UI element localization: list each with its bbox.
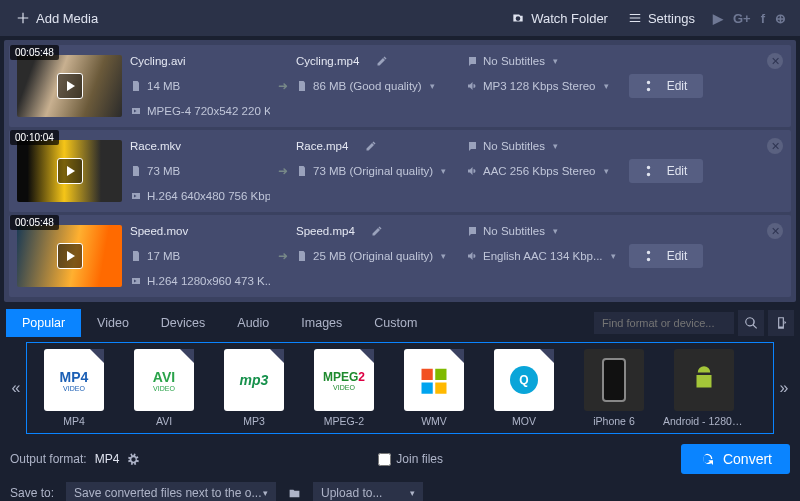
save-location-dropdown[interactable]: Save converted files next to the o... <box>66 482 276 501</box>
refresh-icon <box>699 451 715 467</box>
tab-images[interactable]: Images <box>285 309 358 337</box>
duration-badge: 00:10:04 <box>10 130 59 145</box>
pencil-icon[interactable] <box>376 55 388 67</box>
speaker-icon <box>466 250 478 262</box>
source-codec: H.264 640x480 756 Kbps <box>147 190 270 202</box>
file-row[interactable]: 00:05:48 Cycling.avi 14 MB MPEG-4 720x54… <box>9 45 791 127</box>
pencil-icon[interactable] <box>365 140 377 152</box>
plus-icon <box>16 11 30 25</box>
search-button[interactable] <box>738 310 764 336</box>
source-column: Cycling.avi 14 MB MPEG-4 720x542 220 K..… <box>130 55 270 117</box>
preset-iphone6[interactable]: iPhone 6 <box>573 349 655 427</box>
facebook-icon[interactable]: f <box>761 11 765 26</box>
preset-mp3[interactable]: mp3MP3 <box>213 349 295 427</box>
subtitles-dropdown[interactable]: No Subtitles <box>466 140 621 152</box>
preset-avi[interactable]: AVIVIDEOAVI <box>123 349 205 427</box>
file-list: 00:05:48 Cycling.avi 14 MB MPEG-4 720x54… <box>4 40 796 302</box>
file-icon <box>296 165 308 177</box>
tab-custom[interactable]: Custom <box>358 309 433 337</box>
duration-badge: 00:05:48 <box>10 45 59 60</box>
source-filename: Speed.mov <box>130 225 270 237</box>
codec-icon <box>130 190 142 202</box>
camera-icon <box>511 11 525 25</box>
subtitles-dropdown[interactable]: No Subtitles <box>466 55 621 67</box>
tab-video[interactable]: Video <box>81 309 145 337</box>
source-size: 73 MB <box>147 165 180 177</box>
preset-mov[interactable]: QMOV <box>483 349 565 427</box>
globe-icon[interactable]: ⊕ <box>775 11 786 26</box>
gear-icon[interactable] <box>127 453 140 466</box>
convert-button[interactable]: Convert <box>681 444 790 474</box>
presets-row: « MP4VIDEOMP4 AVIVIDEOAVI mp3MP3 MPEG2VI… <box>0 338 800 438</box>
file-icon <box>296 250 308 262</box>
scissors-icon <box>645 164 659 178</box>
save-to-label: Save to: <box>10 486 54 500</box>
audio-dropdown[interactable]: MP3 128 Kbps Stereo <box>466 80 621 92</box>
remove-file-button[interactable]: ✕ <box>767 53 783 69</box>
duration-badge: 00:05:48 <box>10 215 59 230</box>
search-icon <box>744 316 758 330</box>
tab-devices[interactable]: Devices <box>145 309 221 337</box>
remove-file-button[interactable]: ✕ <box>767 223 783 239</box>
edit-button[interactable]: Edit <box>629 244 704 268</box>
arrow-icon: ➜ <box>270 249 296 263</box>
output-size-dropdown[interactable]: 86 MB (Good quality) <box>296 80 466 92</box>
presets-next-button[interactable]: » <box>774 379 794 397</box>
format-tabs: Popular Video Devices Audio Images Custo… <box>0 308 800 338</box>
output-filename: Speed.mp4 <box>296 225 355 237</box>
settings-button[interactable]: Settings <box>618 5 705 32</box>
format-search-input[interactable] <box>594 312 734 334</box>
source-filename: Cycling.avi <box>130 55 270 67</box>
pencil-icon[interactable] <box>371 225 383 237</box>
subtitles-dropdown[interactable]: No Subtitles <box>466 225 621 237</box>
presets-prev-button[interactable]: « <box>6 379 26 397</box>
tab-popular[interactable]: Popular <box>6 309 81 337</box>
output-size-dropdown[interactable]: 73 MB (Original quality) <box>296 165 466 177</box>
add-media-button[interactable]: Add Media <box>6 5 108 32</box>
audio-dropdown[interactable]: AAC 256 Kbps Stereo <box>466 165 621 177</box>
audio-dropdown[interactable]: English AAC 134 Kbp... <box>466 250 621 262</box>
tab-audio[interactable]: Audio <box>221 309 285 337</box>
upload-dropdown[interactable]: Upload to... <box>313 482 423 501</box>
file-icon <box>130 165 142 177</box>
remove-file-button[interactable]: ✕ <box>767 138 783 154</box>
output-format-value: MP4 <box>95 452 120 466</box>
watch-folder-button[interactable]: Watch Folder <box>501 5 618 32</box>
video-thumbnail[interactable]: 00:05:48 <box>17 55 122 117</box>
audio-subtitle-column: No Subtitles MP3 128 Kbps Stereo <box>466 55 621 117</box>
output-size-dropdown[interactable]: 25 MB (Original quality) <box>296 250 466 262</box>
scissors-icon <box>645 79 659 93</box>
file-row[interactable]: 00:05:48 Speed.mov 17 MB H.264 1280x960 … <box>9 215 791 297</box>
scissors-icon <box>645 249 659 263</box>
file-row[interactable]: 00:10:04 Race.mkv 73 MB H.264 640x480 75… <box>9 130 791 212</box>
codec-icon <box>130 105 142 117</box>
join-files-checkbox[interactable]: Join files <box>378 452 443 466</box>
play-icon[interactable] <box>57 73 83 99</box>
source-filename: Race.mkv <box>130 140 270 152</box>
android-icon <box>689 365 719 395</box>
output-filename: Race.mp4 <box>296 140 348 152</box>
google-plus-icon[interactable]: G+ <box>733 11 751 26</box>
edit-button[interactable]: Edit <box>629 74 704 98</box>
preset-mp4[interactable]: MP4VIDEOMP4 <box>33 349 115 427</box>
save-bar: Save to: Save converted files next to th… <box>0 480 800 501</box>
edit-button[interactable]: Edit <box>629 159 704 183</box>
folder-icon[interactable] <box>288 487 301 500</box>
preset-mpeg2[interactable]: MPEG2VIDEOMPEG-2 <box>303 349 385 427</box>
device-detect-icon <box>774 316 788 330</box>
output-filename: Cycling.mp4 <box>296 55 359 67</box>
source-size: 14 MB <box>147 80 180 92</box>
video-thumbnail[interactable]: 00:05:48 <box>17 225 122 287</box>
detect-device-button[interactable] <box>768 310 794 336</box>
play-icon[interactable] <box>57 158 83 184</box>
output-bar: Output format: MP4 Join files Convert <box>0 438 800 480</box>
youtube-icon[interactable]: ▶ <box>713 11 723 26</box>
preset-wmv[interactable]: WMV <box>393 349 475 427</box>
video-thumbnail[interactable]: 00:10:04 <box>17 140 122 202</box>
presets-container: MP4VIDEOMP4 AVIVIDEOAVI mp3MP3 MPEG2VIDE… <box>26 342 774 434</box>
watch-folder-label: Watch Folder <box>531 11 608 26</box>
subtitles-icon <box>466 140 478 152</box>
play-icon[interactable] <box>57 243 83 269</box>
output-column: Cycling.mp4 86 MB (Good quality) <box>296 55 466 117</box>
preset-android[interactable]: Android - 1280x720 <box>663 349 745 427</box>
